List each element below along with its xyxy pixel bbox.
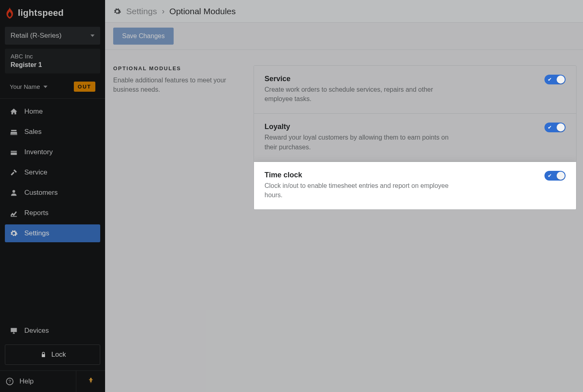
gear-icon [10,229,18,237]
sidebar-footer: ? Help [0,370,105,392]
home-icon [10,108,18,116]
user-row[interactable]: Your Name OUT [0,78,105,98]
gear-icon [113,7,121,15]
company-box[interactable]: ABC Inc Register 1 [5,49,100,73]
section-desc: Enable additional features to meet your … [113,75,245,94]
module-text: Time clock Clock in/out to enable timesh… [265,171,455,200]
content: OPTIONAL MODULES Enable additional featu… [105,50,583,210]
sidebar-item-home[interactable]: Home [5,103,100,121]
sidebar-bottom: Devices Lock [0,322,105,370]
sidebar-item-label: Service [24,168,47,177]
lock-label: Lock [52,351,66,359]
sidebar-item-inventory[interactable]: Inventory [5,143,100,161]
module-title: Time clock [265,171,455,179]
sidebar-item-service[interactable]: Service [5,164,100,181]
register-icon [10,128,18,136]
breadcrumb-current: Optional Modules [170,6,236,16]
company-name: ABC Inc [11,53,95,60]
module-toggle-timeclock[interactable]: ✔ [544,171,566,181]
topbar: Settings › Optional Modules [105,0,583,23]
lock-icon [39,351,47,359]
sidebar-item-customers[interactable]: Customers [5,184,100,202]
module-desc: Clock in/out to enable timesheet entries… [265,181,455,200]
help-label: Help [19,377,34,386]
module-text: Loyalty Reward your loyal customers by a… [265,123,455,151]
module-title: Service [265,75,455,83]
product-selector[interactable]: Retail (R-Series) [5,27,100,45]
toggle-knob [557,172,565,180]
pin-button[interactable] [76,371,105,392]
chart-icon [10,209,18,217]
module-card-timeclock: Time clock Clock in/out to enable timesh… [254,162,576,209]
monitor-icon [10,327,18,335]
user-name: Your Name [10,83,47,90]
sidebar-item-label: Settings [24,229,49,237]
module-list: Service Create work orders to schedule s… [254,65,577,210]
nav: Home Sales Inventory Service Customers R… [0,99,105,322]
sidebar-item-label: Home [24,108,43,116]
svg-point-0 [13,190,15,193]
user-name-label: Your Name [10,83,40,90]
save-button[interactable]: Save Changes [113,28,174,45]
sidebar-item-sales[interactable]: Sales [5,123,100,141]
section-title: OPTIONAL MODULES [113,65,245,71]
user-icon [10,189,18,197]
clock-out-badge[interactable]: OUT [74,82,95,92]
chevron-down-icon [90,34,95,37]
module-text: Service Create work orders to schedule s… [265,75,455,103]
module-desc: Create work orders to schedule services,… [265,85,455,103]
sidebar: lightspeed Retail (R-Series) ABC Inc Reg… [0,0,105,392]
help-icon: ? [6,377,14,386]
check-icon: ✔ [548,77,552,82]
boxes-icon [10,148,18,156]
sidebar-item-label: Customers [24,189,58,197]
help-button[interactable]: ? Help [0,371,76,392]
logo-text: lightspeed [18,8,64,18]
svg-text:?: ? [9,379,11,384]
register-name: Register 1 [11,61,95,69]
module-card-service: Service Create work orders to schedule s… [254,66,576,114]
sidebar-item-label: Reports [24,209,49,217]
savebar: Save Changes [105,23,583,50]
module-toggle-loyalty[interactable]: ✔ [544,123,566,132]
check-icon: ✔ [548,173,552,178]
module-card-loyalty: Loyalty Reward your loyal customers by a… [254,114,576,162]
check-icon: ✔ [548,125,552,130]
flame-icon [5,7,15,19]
sidebar-item-reports[interactable]: Reports [5,204,100,222]
toggle-knob [557,123,565,131]
module-title: Loyalty [265,123,455,131]
product-selector-label: Retail (R-Series) [11,32,62,40]
logo[interactable]: lightspeed [0,0,105,24]
chevron-down-icon [43,86,47,88]
main: Settings › Optional Modules Save Changes… [105,0,583,392]
toggle-knob [557,75,565,84]
sidebar-item-label: Devices [24,327,49,335]
module-toggle-service[interactable]: ✔ [544,75,566,84]
sidebar-item-label: Sales [24,128,42,136]
chevron-right-icon: › [162,6,165,16]
lock-button[interactable]: Lock [5,345,100,365]
pin-icon [88,377,94,386]
hammer-icon [10,168,18,177]
breadcrumb-parent[interactable]: Settings [126,6,157,16]
sidebar-item-settings[interactable]: Settings [5,224,100,242]
section-header: OPTIONAL MODULES Enable additional featu… [113,65,245,94]
module-desc: Reward your loyal customers by allowing … [265,133,455,151]
sidebar-item-devices[interactable]: Devices [5,322,100,340]
sidebar-item-label: Inventory [24,148,53,156]
